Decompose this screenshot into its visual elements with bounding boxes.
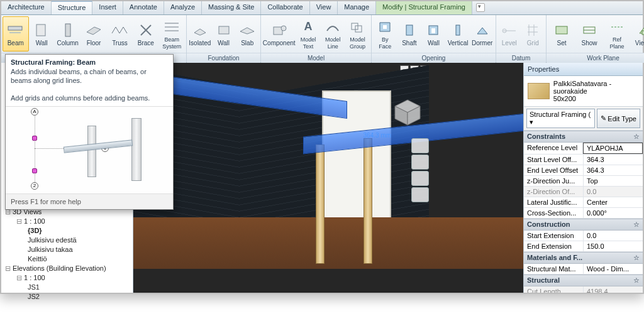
property-grid[interactable]: Constraints☆ Reference LevelYLÄPOHJA Sta… (524, 131, 643, 293)
svg-marker-12 (240, 28, 254, 34)
grid-button[interactable]: Grid (521, 16, 545, 52)
by-face-button[interactable]: ByFace (373, 16, 397, 52)
shaft-button[interactable]: Shaft (397, 16, 422, 52)
tab-modify-structural-framing[interactable]: Modify | Structural Framing (376, 1, 472, 14)
tab-annotate[interactable]: Annotate (123, 1, 164, 14)
level-button[interactable]: Level (497, 16, 521, 52)
svg-marker-10 (194, 29, 206, 35)
tab-insert[interactable]: Insert (92, 1, 123, 14)
cross-section-field[interactable]: 0.000° (584, 208, 643, 218)
model-line-button[interactable]: ModelLine (321, 16, 345, 52)
svg-rect-19 (406, 25, 413, 35)
start-offset-field[interactable]: 364.3 (584, 155, 643, 165)
panel-opening-title: Opening (372, 53, 496, 63)
lateral-just-field[interactable]: Center (584, 197, 643, 207)
model-text-button[interactable]: AModelText (296, 16, 320, 52)
floor-button[interactable]: Floor (80, 16, 106, 52)
tab-collaborate[interactable]: Collaborate (261, 1, 309, 14)
svg-rect-22 (456, 25, 460, 35)
svg-rect-30 (556, 26, 567, 34)
ref-plane-button[interactable]: RefPlane (603, 16, 631, 52)
type-thumb-icon (528, 83, 550, 99)
tooltip-line1: Adds individual beams, a chain of beams,… (6, 67, 173, 89)
slab-button[interactable]: Slab (235, 16, 259, 52)
brace-button[interactable]: Brace (133, 16, 158, 52)
panel-workplane-title: Work Plane (547, 53, 644, 63)
dormer-button[interactable]: Dormer (470, 16, 494, 52)
model-group-button[interactable]: ModelGroup (345, 16, 370, 52)
end-ext-field[interactable]: 150.0 (584, 241, 643, 251)
tab-manage[interactable]: Manage (338, 1, 376, 14)
svg-marker-4 (87, 27, 101, 35)
svg-marker-23 (477, 28, 487, 34)
tree-js2[interactable]: JS2 (5, 292, 130, 302)
browser-tree: ⊟ 3D Views ⊟ 1 : 100 {3D} Julkisivu edes… (5, 207, 130, 302)
dim-label: 364.3 mm (364, 132, 391, 139)
ribbon-tabs: Architecture Structure Insert Annotate A… (1, 1, 643, 15)
navbar[interactable] (411, 138, 429, 202)
panel-datum-title: Datum (496, 53, 546, 63)
beam-tooltip: Structural Framing: Beam Adds individual… (5, 54, 174, 210)
panel-foundation-title: Foundation (187, 53, 260, 63)
svg-rect-16 (355, 26, 362, 32)
svg-rect-2 (36, 24, 45, 36)
found-wall-button[interactable]: Wall (212, 16, 236, 52)
svg-rect-15 (352, 23, 358, 30)
start-ext-field[interactable]: 0.0 (584, 231, 643, 241)
tooltip-f1: Press F1 for more help (6, 194, 173, 209)
properties-header: Properties (524, 63, 643, 76)
vertical-button[interactable]: Vertical (446, 16, 470, 52)
tab-view[interactable]: View (310, 1, 338, 14)
column-button[interactable]: Column (55, 16, 80, 52)
svg-rect-0 (8, 26, 22, 30)
project-browser[interactable]: Structural Framing: Beam Adds individual… (1, 63, 133, 293)
svg-rect-18 (383, 25, 387, 29)
beam-button[interactable]: Beam (3, 16, 29, 52)
type-preview[interactable]: PalkkiSahatavara - suorakaide 50x200 (524, 76, 643, 107)
ref-level-field[interactable]: YLÄPOHJA (583, 143, 643, 154)
tooltip-diagram: A 1 2 (6, 106, 173, 194)
opening-wall-button[interactable]: Wall (421, 16, 446, 52)
tooltip-line2: Add grids and columns before adding beam… (6, 89, 173, 106)
type-size: 50x200 (553, 95, 639, 102)
material-field[interactable]: Wood - Dim... (584, 264, 643, 274)
tab-structure[interactable]: Structure (52, 1, 93, 14)
struct-wall-button[interactable]: Wall (29, 16, 55, 52)
edit-type-button[interactable]: ✎ Edit Type (597, 109, 640, 128)
tree-3d-view[interactable]: {3D} (5, 226, 130, 236)
show-button[interactable]: Show (575, 16, 603, 52)
tree-js1[interactable]: JS1 (5, 283, 130, 292)
svg-rect-11 (219, 26, 229, 34)
tab-massing-site[interactable]: Massing & Site (202, 1, 261, 14)
truss-button[interactable]: Truss (107, 16, 133, 52)
tooltip-title: Structural Framing: Beam (6, 55, 173, 67)
panel-model-title: Model (261, 53, 371, 63)
svg-rect-21 (431, 28, 435, 33)
tab-architecture[interactable]: Architecture (1, 1, 52, 14)
isolated-button[interactable]: Isolated (188, 16, 212, 52)
tree-keittio[interactable]: Keittiö (5, 254, 130, 264)
component-button[interactable]: Component (262, 16, 296, 52)
properties-palette: Properties PalkkiSahatavara - suorakaide… (523, 63, 643, 293)
viewcube-icon[interactable] (392, 97, 423, 128)
svg-rect-3 (65, 24, 70, 36)
tab-analyze[interactable]: Analyze (164, 1, 202, 14)
beam-system-button[interactable]: BeamSystem (159, 16, 185, 52)
family-name: PalkkiSahatavara - suorakaide (553, 80, 639, 95)
zdir-just-field[interactable]: Top (584, 176, 643, 186)
end-offset-field[interactable]: 364.3 (584, 165, 643, 175)
set-button[interactable]: Set (548, 16, 575, 52)
tab-options-icon[interactable] (476, 3, 485, 12)
tree-julkisivu-takaa[interactable]: Julkisivu takaa (5, 245, 130, 254)
type-selector[interactable]: Structural Framing ( ▾ (526, 109, 595, 128)
svg-point-14 (281, 26, 286, 31)
viewer-button[interactable]: Viewer (631, 16, 644, 52)
tree-julkisivu-edesta[interactable]: Julkisivu edestä (5, 236, 130, 245)
3d-viewport[interactable]: – ▢ × 364.3 mm (133, 63, 523, 293)
